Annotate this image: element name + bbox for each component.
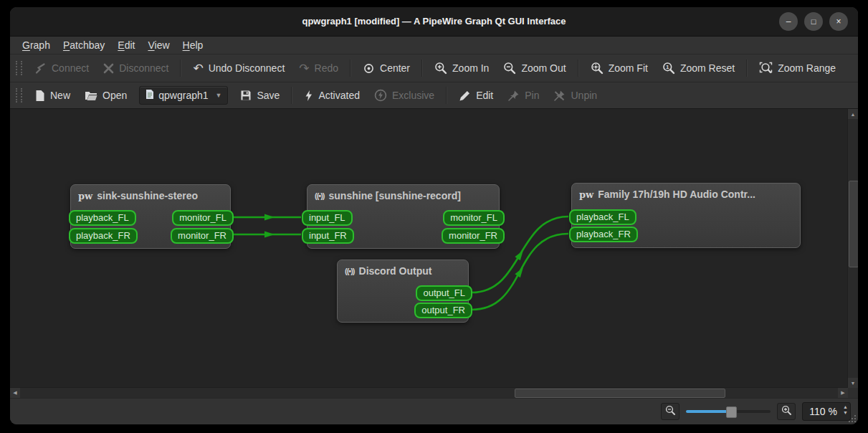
port-playback-fl[interactable]: playback_FL [569,209,636,225]
zoom-range-button[interactable]: Zoom Range [753,59,842,77]
zoom-in-small-button[interactable] [777,403,796,420]
port-monitor-fr[interactable]: monitor_FR [442,228,505,244]
media-icon: ((•)) [345,267,355,275]
toolbar-separator [446,87,447,104]
port-playback-fl[interactable]: playback_FL [69,210,136,226]
redo-button[interactable]: ↷ Redo [292,60,345,77]
close-button[interactable]: × [829,12,848,31]
node-family-hd-audio[interactable]: pw Family 17h/19h HD Audio Contr... play… [571,183,801,248]
menubar: Graph Patchbay Edit View Help [10,37,858,54]
edit-pencil-icon [459,90,471,102]
port-playback-fr[interactable]: playback_FR [69,228,138,244]
zoom-fit-icon [591,62,604,75]
chevron-down-icon: ▼ [216,92,222,99]
toolbar-drag-handle[interactable] [16,88,22,103]
node-title: Discord Output [359,265,432,277]
zoom-in-button[interactable]: Zoom In [428,59,495,77]
port-playback-fr[interactable]: playback_FR [569,227,638,242]
zoom-in-icon [781,405,792,419]
scroll-up-icon[interactable]: ▲ [848,109,858,119]
graph-canvas[interactable]: pw sink-sunshine-stereo playback_FL play… [10,109,848,388]
zoom-percent-value[interactable]: 110 % [803,403,837,420]
scroll-left-icon[interactable]: ◀ [10,388,20,398]
node-sunshine[interactable]: ((•)) sunshine [sunshine-record] input_F… [307,184,500,249]
minimize-icon: – [786,17,791,26]
exclusive-icon [374,89,387,102]
close-icon: × [836,17,841,26]
toolbar-separator [421,60,423,77]
node-discord-output[interactable]: ((•)) Discord Output output_FL output_FR [337,260,469,323]
menu-edit[interactable]: Edit [111,38,141,52]
patchbay-selector[interactable]: qpwgraph1 ▼ [139,86,228,105]
port-monitor-fl[interactable]: monitor_FL [443,210,505,226]
minimize-button[interactable]: – [779,12,798,31]
toolbar-separator [291,87,292,104]
vertical-scrollbar-thumb[interactable] [849,181,858,267]
zoom-reset-icon: 1 [662,62,675,75]
redo-icon: ↷ [299,62,309,75]
menu-patchbay[interactable]: Patchbay [57,38,111,52]
save-button[interactable]: Save [234,87,286,104]
zoom-out-icon [665,405,676,419]
connect-icon [34,62,47,75]
pin-button[interactable]: Pin [501,87,545,105]
horizontal-scrollbar[interactable]: ◀ ▶ [10,387,848,398]
pipewire-icon: pw [78,191,92,201]
new-button[interactable]: New [28,87,77,105]
exclusive-button[interactable]: Exclusive [368,86,441,105]
svg-text:1: 1 [666,64,669,70]
toolbar-separator [578,60,579,77]
menu-graph[interactable]: Graph [16,38,57,52]
unpin-icon [553,90,566,102]
edit-button[interactable]: Edit [452,87,500,105]
titlebar[interactable]: qpwgraph1 [modified] — A PipeWire Graph … [10,7,858,37]
scroll-right-icon[interactable]: ▶ [838,388,848,398]
vertical-scrollbar[interactable]: ▲ ▼ [847,109,858,388]
maximize-button[interactable]: □ [804,12,823,31]
graph-toolbar: Connect Disconnect ↶ Undo Disconnect ↷ R… [10,54,858,82]
horizontal-scrollbar-thumb[interactable] [515,389,725,398]
open-button[interactable]: Open [78,87,133,104]
zoom-out-button[interactable]: Zoom Out [497,59,572,77]
maximize-icon: □ [811,18,816,26]
arrow-icon [264,232,275,238]
window-title: qpwgraph1 [modified] — A PipeWire Graph … [10,7,858,36]
port-input-fr[interactable]: input_FR [302,228,354,244]
scrollbar-corner [848,388,858,398]
zoom-out-icon [503,62,516,75]
port-output-fr[interactable]: output_FR [414,303,472,318]
connect-button[interactable]: Connect [28,60,95,77]
zoom-percent-spinbox[interactable]: 110 % ▲ ▼ [802,402,851,421]
scroll-down-icon[interactable]: ▼ [848,378,858,388]
app-window: qpwgraph1 [modified] — A PipeWire Graph … [10,7,858,424]
unpin-button[interactable]: Unpin [547,87,604,105]
menu-view[interactable]: View [141,38,176,52]
node-title: Family 17h/19h HD Audio Contr... [598,189,755,200]
undo-icon: ↶ [193,62,203,75]
resize-grip[interactable] [847,414,856,422]
node-sink-sunshine-stereo[interactable]: pw sink-sunshine-stereo playback_FL play… [70,184,231,249]
center-button[interactable]: Center [356,60,416,77]
undo-disconnect-button[interactable]: ↶ Undo Disconnect [186,60,291,77]
node-title: sunshine [sunshine-record] [329,190,461,201]
zoom-fit-button[interactable]: Zoom Fit [584,59,654,77]
toolbar-separator [746,60,748,77]
zoom-in-icon [434,62,447,75]
disconnect-button[interactable]: Disconnect [97,60,175,77]
zoom-slider-handle[interactable] [726,406,737,418]
zoom-slider-fill [686,410,730,413]
port-monitor-fr[interactable]: monitor_FR [171,228,234,244]
activated-button[interactable]: Activated [297,87,366,105]
port-monitor-fl[interactable]: monitor_FL [172,210,234,226]
menu-help[interactable]: Help [176,38,210,52]
zoom-out-small-button[interactable] [661,403,679,420]
spin-up-icon[interactable]: ▲ [843,404,848,409]
graph-view: pw sink-sunshine-stereo playback_FL play… [10,109,858,398]
disconnect-icon [103,63,114,74]
port-output-fl[interactable]: output_FL [416,285,472,301]
zoom-reset-button[interactable]: 1 Zoom Reset [656,59,741,77]
pin-icon [507,90,520,102]
port-input-fl[interactable]: input_FL [302,210,353,226]
toolbar-drag-handle[interactable] [16,61,22,75]
zoom-slider[interactable] [686,406,771,417]
